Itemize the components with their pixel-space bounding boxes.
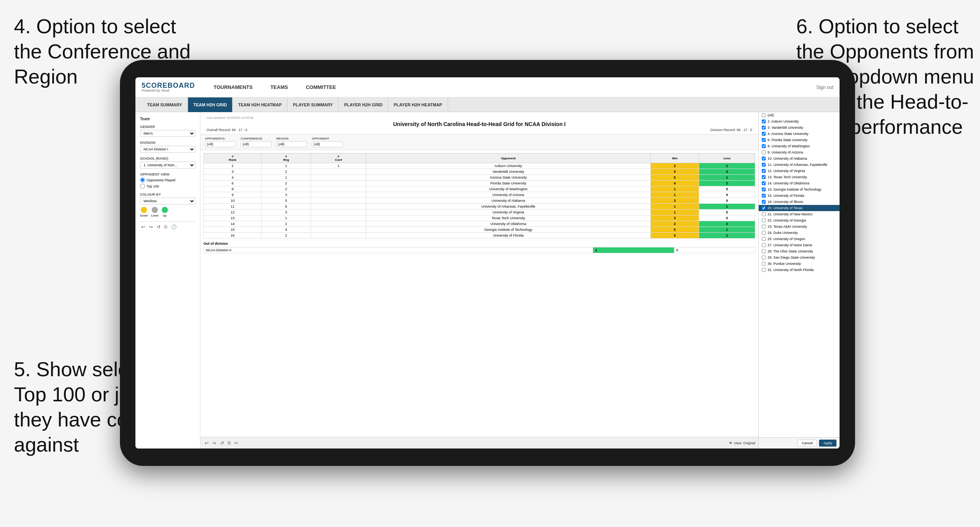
dropdown-item[interactable]: 12. University of Virginia bbox=[759, 168, 840, 174]
dropdown-item-label: 4. Arizona State University bbox=[768, 132, 809, 136]
redo-btn[interactable]: ↪ bbox=[148, 224, 154, 230]
view-label: 👁 bbox=[729, 441, 732, 445]
nav-teams[interactable]: TEAMS bbox=[267, 83, 291, 92]
region-filter-select[interactable]: (All) bbox=[276, 141, 307, 147]
right-panel: (All) 2. Auburn University 3. Vanderbilt… bbox=[758, 112, 840, 449]
cell-win: 1 bbox=[651, 210, 699, 215]
radio-opponents-played[interactable]: Opponents Played bbox=[140, 177, 195, 182]
dropdown-item[interactable]: 20. University of Texas bbox=[759, 205, 840, 211]
cell-conf bbox=[311, 169, 366, 175]
division-loss: 0 bbox=[674, 247, 755, 253]
dropdown-item[interactable]: 3. Vanderbilt University bbox=[759, 125, 840, 131]
dropdown-item[interactable]: 14. University of Oklahoma bbox=[759, 180, 840, 186]
subnav-team-h2h-grid[interactable]: TEAM H2H GRID bbox=[188, 97, 233, 112]
opponent-filter-group: Opponent (All) bbox=[312, 137, 343, 147]
dropdown-item[interactable]: 31. University of North Florida bbox=[759, 267, 840, 273]
apply-button[interactable]: Apply bbox=[819, 440, 836, 447]
dropdown-item[interactable]: 6. Florida State University bbox=[759, 137, 840, 143]
school-select[interactable]: 1. University of Nort... bbox=[140, 162, 195, 169]
cell-win: 5 bbox=[651, 227, 699, 233]
dropdown-item[interactable]: 4. Arizona State University bbox=[759, 131, 840, 137]
toolbar-refresh[interactable]: ↺ bbox=[219, 440, 225, 446]
clock-btn[interactable]: 🕐 bbox=[170, 224, 178, 230]
dropdown-item-label: (All) bbox=[768, 113, 774, 117]
nav-committee[interactable]: COMMITTEE bbox=[303, 83, 339, 92]
report-meta: Last Updated: 4/10/2024 16:55:38 bbox=[207, 116, 752, 119]
cell-rank: 4 bbox=[204, 175, 262, 181]
dropdown-item[interactable]: 21. University of New Mexico bbox=[759, 211, 840, 217]
col-rank: #Rank bbox=[204, 153, 262, 163]
dropdown-item[interactable]: 18. University of Illinois bbox=[759, 199, 840, 205]
cell-opponent: Vanderbilt University bbox=[366, 169, 650, 175]
dropdown-item-label: 24. Duke University bbox=[768, 231, 798, 235]
copy-btn[interactable]: ⎘ bbox=[163, 224, 168, 230]
dropdown-item[interactable]: 28. The Ohio State University bbox=[759, 248, 840, 254]
left-toolbar: ↩ ↪ ↺ ⎘ 🕐 bbox=[140, 221, 195, 232]
cell-loss: 1 bbox=[699, 204, 755, 210]
toolbar-cut[interactable]: ✂ bbox=[233, 440, 239, 446]
colour-by-label: Colour by bbox=[140, 193, 195, 196]
dropdown-item[interactable]: 10. University of Alabama bbox=[759, 155, 840, 162]
dropdown-item-label: 20. University of Texas bbox=[768, 206, 802, 210]
cell-loss: 4 bbox=[699, 169, 755, 175]
signout-link[interactable]: Sign out bbox=[816, 85, 833, 90]
cell-reg: 5 bbox=[262, 198, 311, 204]
cell-rank: 10 bbox=[204, 198, 262, 204]
dot-level: Level bbox=[151, 207, 158, 217]
cell-opponent: University of Washington bbox=[366, 186, 650, 192]
cell-reg: 3 bbox=[262, 192, 311, 198]
tablet-screen: 5COREBOARD Powered by cloud TOURNAMENTS … bbox=[135, 77, 840, 449]
dropdown-item[interactable]: 27. University of Notre Dame bbox=[759, 242, 840, 248]
cell-win: 1 bbox=[651, 192, 699, 198]
cell-win: 4 bbox=[651, 181, 699, 186]
cell-rank: 9 bbox=[204, 192, 262, 198]
dropdown-item[interactable]: 2. Auburn University bbox=[759, 118, 840, 125]
cell-loss: 1 bbox=[699, 227, 755, 233]
opponent-dropdown-list[interactable]: (All) 2. Auburn University 3. Vanderbilt… bbox=[759, 112, 840, 437]
table-row: 2 1 1 Auburn University 2 1 bbox=[204, 163, 755, 169]
table-row: 9 3 University of Arizona 1 0 bbox=[204, 192, 755, 198]
dropdown-item-label: 12. University of Virginia bbox=[768, 169, 805, 173]
dropdown-item[interactable]: 13. Texas Tech University bbox=[759, 174, 840, 180]
undo-btn[interactable]: ↩ bbox=[140, 224, 146, 230]
dropdown-item[interactable]: 11. University of Arkansas, Fayetteville bbox=[759, 162, 840, 168]
opponent-filter-select[interactable]: (All) bbox=[312, 141, 343, 147]
dropdown-item[interactable]: 9. University of Arizona bbox=[759, 149, 840, 155]
cell-conf bbox=[311, 204, 366, 210]
radio-top100[interactable]: Top 100 bbox=[140, 184, 195, 189]
toolbar-copy[interactable]: ⎘ bbox=[227, 440, 232, 446]
dropdown-item[interactable]: 16. University of Florida bbox=[759, 193, 840, 199]
subnav-player-h2h-grid[interactable]: PLAYER H2H GRID bbox=[339, 97, 388, 112]
dropdown-item-label: 16. University of Florida bbox=[768, 194, 804, 198]
dot-up: Up bbox=[162, 207, 168, 217]
colour-by-select[interactable]: Win/loss bbox=[140, 198, 195, 205]
dropdown-item[interactable]: 23. Texas A&M University bbox=[759, 223, 840, 230]
dropdown-item[interactable]: 30. Purdue University bbox=[759, 261, 840, 267]
cell-opponent: Florida State University bbox=[366, 181, 650, 186]
dropdown-item-label: 22. University of Georgia bbox=[768, 218, 806, 222]
refresh-btn[interactable]: ↺ bbox=[156, 224, 162, 230]
nav-tournaments[interactable]: TOURNAMENTS bbox=[210, 83, 256, 92]
division-select[interactable]: NCAA Division I bbox=[140, 146, 195, 153]
subnav-team-summary[interactable]: TEAM SUMMARY bbox=[142, 97, 188, 112]
subnav-player-h2h-heatmap[interactable]: PLAYER H2H HEATMAP bbox=[388, 97, 448, 112]
cancel-button[interactable]: Cancel bbox=[797, 440, 817, 447]
cell-reg: 1 bbox=[262, 215, 311, 221]
dropdown-item[interactable]: 24. Duke University bbox=[759, 230, 840, 236]
dropdown-item[interactable]: 25. University of Oregon bbox=[759, 236, 840, 242]
out-of-division-label: Out of division bbox=[204, 242, 755, 246]
gender-select[interactable]: Men's bbox=[140, 130, 195, 137]
toolbar-redo[interactable]: ↪ bbox=[211, 440, 217, 446]
toolbar-undo[interactable]: ↩ bbox=[204, 440, 210, 446]
dropdown-item[interactable]: (All) bbox=[759, 112, 840, 118]
subnav-team-h2h-heatmap[interactable]: TEAM H2H HEATMAP bbox=[233, 97, 287, 112]
dropdown-item[interactable]: 8. University of Washington bbox=[759, 143, 840, 149]
cell-reg: 1 bbox=[262, 163, 311, 169]
conference-filter-select[interactable]: (All) bbox=[241, 141, 272, 147]
opponents-filter-select[interactable]: (All) bbox=[205, 141, 236, 147]
colour-legend: Down Level Up bbox=[140, 207, 195, 217]
subnav-player-summary[interactable]: PLAYER SUMMARY bbox=[287, 97, 339, 112]
dropdown-item[interactable]: 15. Georgia Institute of Technology bbox=[759, 186, 840, 193]
dropdown-item[interactable]: 22. University of Georgia bbox=[759, 217, 840, 223]
dropdown-item[interactable]: 29. San Diego State University bbox=[759, 254, 840, 261]
